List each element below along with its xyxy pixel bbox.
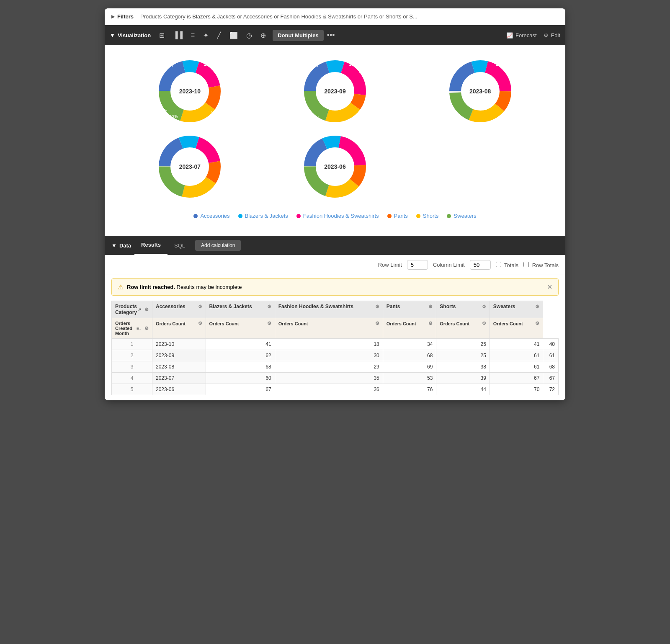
shorts-metric-gear-icon[interactable]: ⚙ xyxy=(482,321,486,326)
shorts-header: Shorts xyxy=(440,304,456,309)
viz-bar-icon[interactable]: ▐▐ xyxy=(170,29,186,41)
table-cell: 61 xyxy=(490,361,543,373)
fashion-gear-icon[interactable]: ⚙ xyxy=(375,304,379,309)
row-label-cell: 2023-08 xyxy=(152,361,206,373)
table-cell: 35 xyxy=(275,373,383,384)
legend-pants[interactable]: Pants xyxy=(387,213,408,219)
main-container: ▶ Filters Products Category is Blazers &… xyxy=(105,8,565,400)
table-cell: 61 xyxy=(543,350,559,361)
acc-metric-gear-icon[interactable]: ⚙ xyxy=(198,321,202,326)
viz-arrow-icon: ▼ xyxy=(110,32,115,39)
table-row: 22023-09623068256161 xyxy=(112,350,559,361)
th-products-category: ProductsCategory ↗ ⚙ xyxy=(112,301,152,318)
table-cell: 38 xyxy=(436,361,490,373)
legend-label-pants: Pants xyxy=(394,213,408,219)
donut-label-2023-09: 2023-09 xyxy=(324,88,345,95)
sweaters-gear-icon[interactable]: ⚙ xyxy=(535,304,539,309)
filters-toggle[interactable]: ▶ Filters xyxy=(111,13,134,20)
donut-grid-top: 2023-10 21% 9% 17% 13% 20% 21% xyxy=(121,58,549,125)
data-label: ▼ Data xyxy=(111,242,131,249)
blazers-gear-icon[interactable]: ⚙ xyxy=(267,304,271,309)
legend-fashion[interactable]: Fashion Hoodies & Sweatshirts xyxy=(296,213,379,219)
forecast-btn[interactable]: 📈 Forecast xyxy=(506,32,537,39)
table-cell: 67 xyxy=(206,384,275,395)
tab-sql[interactable]: SQL xyxy=(168,236,192,255)
accessories-gear-icon[interactable]: ⚙ xyxy=(198,304,202,309)
warning-close-btn[interactable]: ✕ xyxy=(547,283,552,291)
filters-label: Filters xyxy=(117,13,134,20)
legend-blazers[interactable]: Blazers & Jackets xyxy=(238,213,288,219)
viz-table-icon[interactable]: ⊞ xyxy=(156,29,168,42)
accessories-header: Accessories xyxy=(156,304,186,309)
sweat-metric-gear-icon[interactable]: ⚙ xyxy=(535,321,539,326)
th-metric-shorts: Orders Count ⚙ xyxy=(436,318,490,339)
table-cell: 68 xyxy=(543,361,559,373)
donut-2023-10: 2023-10 21% 9% 17% 13% 20% 21% xyxy=(156,58,223,125)
sweaters-header: Sweaters xyxy=(493,304,515,309)
viz-map-icon[interactable]: ⊕ xyxy=(257,29,269,42)
tab-results[interactable]: Results xyxy=(134,236,168,255)
forecast-chart-icon: 📈 xyxy=(506,32,513,39)
legend-dot-blazers xyxy=(238,214,242,218)
donut-label-2023-07: 2023-07 xyxy=(179,163,201,170)
add-calculation-btn[interactable]: Add calculation xyxy=(195,240,241,251)
pants-gear-icon[interactable]: ⚙ xyxy=(428,304,433,309)
warning-bold: Row limit reached. xyxy=(127,284,175,290)
table-cell: 34 xyxy=(383,339,436,350)
th-blazers: Blazers & Jackets ⚙ xyxy=(206,301,275,318)
viz-more-icon[interactable]: ••• xyxy=(325,31,337,40)
data-arrow-icon: ▼ xyxy=(111,242,117,249)
legend-shorts[interactable]: Shorts xyxy=(416,213,439,219)
legend-sweaters[interactable]: Sweaters xyxy=(447,213,476,219)
pants-metric-gear-icon[interactable]: ⚙ xyxy=(428,321,433,326)
totals-checkbox[interactable] xyxy=(496,262,501,267)
metric-fashion-label: Orders Count xyxy=(278,321,308,326)
filters-bar: ▶ Filters Products Category is Blazers &… xyxy=(105,8,565,25)
table-cell: 30 xyxy=(275,350,383,361)
th-metric-blazers: Orders Count ⚙ xyxy=(206,318,275,339)
donut-grid-bottom: 2023-07 19% 11% 17% 12% 20% 21% xyxy=(121,133,549,200)
products-sort-icon[interactable]: ↗ xyxy=(138,307,141,312)
edit-btn[interactable]: ⚙ Edit xyxy=(544,32,560,39)
month-gear-icon[interactable]: ⚙ xyxy=(144,326,149,331)
row-totals-checkbox[interactable] xyxy=(523,262,529,267)
viz-toolbar: ▼ Visualization ⊞ ▐▐ ≡ ✦ ╱ ⬜ ◷ ⊕ Donut M… xyxy=(105,25,565,45)
blaz-metric-gear-icon[interactable]: ⚙ xyxy=(267,321,271,326)
table-cell: 41 xyxy=(490,339,543,350)
viz-line-icon[interactable]: ╱ xyxy=(214,29,224,42)
viz-list-icon[interactable]: ≡ xyxy=(188,29,198,41)
table-cell: 72 xyxy=(543,384,559,395)
shorts-gear-icon[interactable]: ⚙ xyxy=(482,304,486,309)
forecast-label: Forecast xyxy=(515,32,537,39)
table-cell: 25 xyxy=(436,350,490,361)
row-limit-input[interactable] xyxy=(407,260,428,270)
table-cell: 69 xyxy=(383,361,436,373)
donut-multiples-btn[interactable]: Donut Multiples xyxy=(273,30,324,41)
metric-month-label: Orders CreatedMonth xyxy=(115,321,136,336)
col-limit-input[interactable] xyxy=(470,260,491,270)
table-cell: 36 xyxy=(275,384,383,395)
row-number: 1 xyxy=(112,339,152,350)
metric-accessories-label: Orders Count xyxy=(156,321,186,326)
viz-area-icon[interactable]: ⬜ xyxy=(226,29,241,42)
donut-2023-07: 2023-07 19% 11% 17% 12% 20% 21% xyxy=(156,133,223,200)
row-limit-label: Row Limit xyxy=(378,262,402,268)
donut-label-2023-06: 2023-06 xyxy=(324,163,345,170)
products-gear-icon[interactable]: ⚙ xyxy=(144,307,149,312)
th-fashion: Fashion Hoodies & Sweatshirts ⚙ xyxy=(275,301,383,318)
totals-label-text: Totals xyxy=(504,262,518,268)
th-metric-month: Orders CreatedMonth ≡↓ ⚙ xyxy=(112,318,152,339)
warning-icon: ⚠ xyxy=(118,283,124,291)
legend-accessories[interactable]: Accessories xyxy=(193,213,229,219)
table-cell: 44 xyxy=(436,384,490,395)
table-cell: 62 xyxy=(206,350,275,361)
viz-scatter-icon[interactable]: ✦ xyxy=(200,29,212,42)
month-sort-icon[interactable]: ≡↓ xyxy=(137,326,141,331)
metric-pants-label: Orders Count xyxy=(387,321,416,326)
blazers-header: Blazers & Jackets xyxy=(209,304,252,309)
row-label-cell: 2023-10 xyxy=(152,339,206,350)
viz-pie-icon[interactable]: ◷ xyxy=(243,29,255,42)
table-cell: 40 xyxy=(543,339,559,350)
fash-metric-gear-icon[interactable]: ⚙ xyxy=(375,321,379,326)
filters-text: Products Category is Blazers & Jackets o… xyxy=(140,13,417,20)
